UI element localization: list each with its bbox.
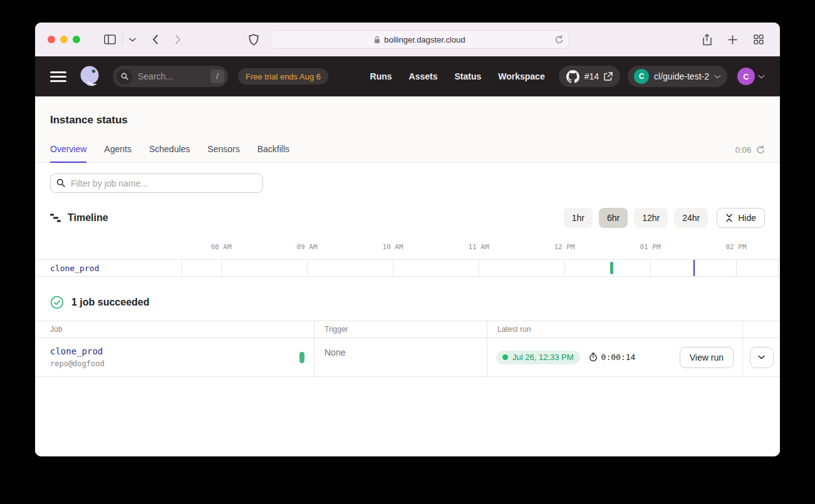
deployment-name: cl/guide-test-2 xyxy=(654,71,709,81)
axis-label: 01 PM xyxy=(631,243,669,251)
gridline xyxy=(564,260,565,276)
run-duration: 0:00:14 xyxy=(601,352,636,362)
tab-overview[interactable]: Overview xyxy=(50,144,86,162)
page-head: Instance status Overview Agents Schedule… xyxy=(35,96,780,163)
range-24hr-button[interactable]: 24hr xyxy=(674,208,708,228)
hide-timeline-button[interactable]: Hide xyxy=(717,208,765,228)
search-placeholder: Search... xyxy=(138,71,173,81)
run-marker[interactable] xyxy=(610,262,613,274)
menu-icon[interactable] xyxy=(50,71,66,82)
nav-runs[interactable]: Runs xyxy=(370,71,392,81)
forward-icon[interactable] xyxy=(171,31,185,48)
range-1hr-button[interactable]: 1hr xyxy=(564,208,593,228)
toolbar-divider xyxy=(122,34,123,44)
run-status-pill[interactable]: Jul 26, 12:33 PM xyxy=(496,351,580,364)
reload-icon[interactable] xyxy=(555,35,563,44)
gridline xyxy=(736,260,737,276)
global-search[interactable]: Search... / xyxy=(113,66,228,87)
col-job: Job xyxy=(35,321,314,337)
browser-window: bollinger.dagster.cloud xyxy=(35,23,780,456)
timeline-icon xyxy=(50,213,61,223)
gridline xyxy=(221,260,222,276)
timeline-title: Timeline xyxy=(68,212,108,224)
page-title: Instance status xyxy=(50,114,765,126)
share-icon[interactable] xyxy=(698,31,715,48)
user-avatar: C xyxy=(737,68,755,85)
address-bar[interactable]: bollinger.dagster.cloud xyxy=(270,30,569,49)
range-12hr-button[interactable]: 12hr xyxy=(634,208,668,228)
tab-agents[interactable]: Agents xyxy=(104,144,132,162)
trigger-cell: None xyxy=(314,338,487,376)
search-shortcut-key: / xyxy=(210,69,224,83)
view-run-button[interactable]: View run xyxy=(680,347,734,368)
sidebar-chevron-icon[interactable] xyxy=(125,31,140,48)
app-header: Search... / Free trial ends Aug 6 Runs A… xyxy=(35,56,780,96)
range-6hr-button[interactable]: 6hr xyxy=(599,208,628,228)
github-link[interactable]: #14 xyxy=(559,66,620,87)
filter-input[interactable] xyxy=(50,173,263,193)
nav-workspace[interactable]: Workspace xyxy=(498,71,544,81)
tab-backfills[interactable]: Backfills xyxy=(257,144,289,162)
github-icon xyxy=(566,70,579,83)
axis-label: 11 AM xyxy=(460,243,497,251)
window-controls xyxy=(48,36,80,43)
timeline-chart: 08 AM 09 AM 10 AM 11 AM 12 PM 01 PM 02 P… xyxy=(35,243,780,277)
gridline xyxy=(778,260,779,276)
search-icon xyxy=(117,69,132,85)
privacy-shield-icon[interactable] xyxy=(245,31,262,48)
row-expand-button[interactable] xyxy=(750,347,774,368)
deployment-switcher[interactable]: C cl/guide-test-2 xyxy=(628,66,727,87)
user-menu[interactable]: C xyxy=(737,68,765,85)
tab-schedules[interactable]: Schedules xyxy=(149,144,190,162)
github-pr-number: #14 xyxy=(584,71,599,81)
axis-label: 09 AM xyxy=(288,243,326,251)
col-latest-run: Latest run xyxy=(487,321,742,337)
collapse-icon xyxy=(725,213,733,222)
nav-assets[interactable]: Assets xyxy=(409,71,438,81)
jobs-table: Job Trigger Latest run clone_prod repo@d… xyxy=(35,321,780,377)
new-tab-icon[interactable] xyxy=(724,31,741,48)
trial-badge[interactable]: Free trial ends Aug 6 xyxy=(238,68,328,85)
run-timestamp: Jul 26, 12:33 PM xyxy=(512,352,574,362)
gridline xyxy=(650,260,651,276)
job-name-link[interactable]: clone_prod xyxy=(50,346,314,356)
success-check-icon xyxy=(50,296,64,309)
axis-label: 10 AM xyxy=(374,243,412,251)
timeline-job-link[interactable]: clone_prod xyxy=(50,264,99,273)
summary-text: 1 job succeeded xyxy=(71,297,150,308)
axis-label: 02 PM xyxy=(717,243,755,251)
zoom-window-button[interactable] xyxy=(73,36,80,43)
main-nav: Runs Assets Status Workspace xyxy=(370,71,545,81)
tab-sensors[interactable]: Sensors xyxy=(207,144,239,162)
timeline-axis: 08 AM 09 AM 10 AM 11 AM 12 PM 01 PM 02 P… xyxy=(35,243,780,254)
chevron-down-icon xyxy=(714,75,721,79)
col-actions xyxy=(742,321,780,337)
axis-label: 12 PM xyxy=(546,243,583,251)
filter-search-icon xyxy=(56,178,65,190)
external-link-icon xyxy=(604,72,613,81)
minimize-window-button[interactable] xyxy=(60,36,68,43)
url-text: bollinger.dagster.cloud xyxy=(384,35,465,44)
nav-status[interactable]: Status xyxy=(454,71,481,81)
job-repo: repo@dogfood xyxy=(50,359,314,368)
tab-overview-icon[interactable] xyxy=(750,31,767,48)
success-dot-icon xyxy=(502,354,508,360)
job-health-indicator[interactable] xyxy=(299,352,304,363)
lock-icon xyxy=(374,36,380,44)
gridline xyxy=(181,260,182,276)
timeline-row: clone_prod xyxy=(35,259,780,277)
col-trigger: Trigger xyxy=(314,321,487,337)
table-header: Job Trigger Latest run xyxy=(35,321,780,338)
close-window-button[interactable] xyxy=(48,36,55,43)
gridline xyxy=(479,260,479,276)
refresh-icon[interactable] xyxy=(756,145,765,155)
dagster-logo[interactable] xyxy=(78,64,101,88)
back-icon[interactable] xyxy=(148,31,162,48)
axis-label: 08 AM xyxy=(202,243,240,251)
sidebar-toggle-icon[interactable] xyxy=(100,31,120,48)
stopwatch-icon xyxy=(589,352,598,362)
main-content: Timeline 1hr 6hr 12hr 24hr Hide xyxy=(35,163,780,456)
table-row: clone_prod repo@dogfood None Jul 26, 12:… xyxy=(35,338,780,377)
tabs: Overview Agents Schedules Sensors Backfi… xyxy=(50,144,765,162)
current-time-line xyxy=(693,260,695,276)
